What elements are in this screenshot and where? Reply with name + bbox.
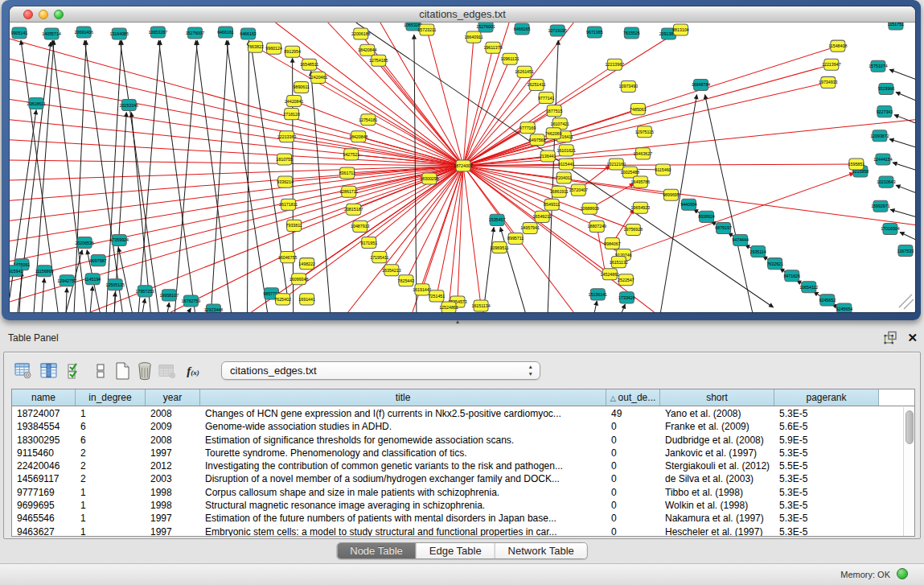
graph-node[interactable]: 8361711 [339, 167, 355, 179]
graph-node[interactable]: 8471626 [783, 270, 800, 282]
graph-node[interactable]: 13164085 [109, 28, 129, 39]
graph-node[interactable]: 16354213 [382, 265, 401, 276]
graph-edge[interactable] [10, 59, 463, 166]
graph-node[interactable]: 2522547 [618, 274, 634, 286]
graph-node[interactable]: 10654112 [799, 282, 818, 293]
graph-edge[interactable] [380, 23, 463, 166]
network-canvas[interactable]: 9905141140557142069140613164085106532871… [10, 23, 915, 312]
graph-node[interactable]: 11156869 [35, 266, 54, 277]
graph-node[interactable]: 7825443 [398, 275, 415, 286]
graph-node[interactable]: 7663822 [247, 41, 264, 52]
graph-node[interactable]: 12861711 [339, 186, 358, 197]
graph-node[interactable]: 14957941 [520, 222, 540, 233]
graph-node[interactable]: 2136441 [540, 150, 556, 162]
vertical-scrollbar[interactable] [903, 407, 914, 536]
graph-node[interactable]: 8549311 [544, 199, 560, 210]
table-row[interactable]: 1872400712008Changes of HCN gene express… [12, 407, 903, 420]
graph-edge[interactable] [114, 292, 115, 312]
network-graph[interactable]: 9905141140557142069140613164085106532871… [10, 23, 915, 312]
graph-node[interactable]: 16648784 [692, 79, 711, 90]
graph-node[interactable]: 7485063 [630, 104, 647, 115]
graph-edge[interactable] [142, 299, 145, 312]
graph-node[interactable]: 9777169 [519, 122, 536, 134]
graph-node[interactable]: 8938924 [698, 211, 715, 222]
graph-node[interactable]: 3915941 [10, 266, 23, 277]
graph-node[interactable]: 9905141 [11, 27, 28, 39]
graph-node[interactable]: 12213967 [606, 59, 625, 70]
graph-node[interactable]: 16548511 [300, 59, 318, 70]
graph-node[interactable]: 9899695 [663, 189, 680, 200]
show-columns-icon[interactable] [40, 362, 58, 380]
graph-node[interactable]: 12942757 [57, 275, 76, 286]
graph-node[interactable]: 19611379 [483, 42, 502, 53]
graph-node[interactable]: 26171811 [279, 199, 298, 210]
graph-edge[interactable] [74, 40, 86, 312]
graph-node[interactable]: 9960124 [265, 43, 282, 54]
graph-node[interactable]: 16101621 [556, 145, 576, 156]
graph-node[interactable]: 9227343 [877, 106, 893, 117]
graph-node[interactable]: 19654923 [631, 202, 651, 213]
graph-node[interactable]: 22420461 [309, 72, 328, 83]
graph-node[interactable]: 1167533 [897, 245, 914, 257]
graph-node[interactable]: 12213947 [822, 59, 841, 70]
graph-node[interactable]: 17195411 [370, 252, 388, 263]
graph-node[interactable]: 15276007 [186, 27, 205, 39]
graph-node[interactable]: 9777141 [538, 92, 555, 103]
graph-edge[interactable] [226, 40, 267, 312]
graph-node[interactable]: 10487913 [351, 220, 370, 232]
graph-node[interactable]: 1877515 [546, 105, 563, 117]
new-table-icon[interactable] [113, 362, 131, 380]
graph-node[interactable]: 20153346 [119, 100, 138, 111]
graph-node[interactable]: 15720407 [569, 184, 588, 196]
graph-node[interactable]: 8813104 [672, 24, 689, 35]
graph-node[interactable]: 24420841 [285, 96, 304, 107]
graph-edge[interactable] [158, 40, 195, 312]
table-row[interactable]: 977716911998Corpus callosum shape and si… [12, 486, 903, 499]
graph-node[interactable]: 17016504 [881, 223, 900, 234]
graph-edge[interactable] [167, 303, 169, 312]
table-row[interactable]: 2242004622012Investigating the contribut… [12, 459, 903, 472]
graph-node[interactable]: 7462069 [545, 128, 562, 139]
table-options-icon[interactable] [14, 362, 32, 380]
graph-node[interactable]: 16549211 [533, 211, 552, 222]
graph-node[interactable]: 12754181 [359, 114, 378, 126]
graph-node[interactable]: 2935114 [750, 246, 766, 257]
graph-node[interactable]: 20691406 [74, 27, 93, 38]
graph-node[interactable]: 1151751 [888, 23, 904, 30]
graph-node[interactable]: 11548408 [828, 40, 847, 51]
graph-node[interactable]: 16495786 [631, 176, 651, 187]
graph-node[interactable]: 10973493 [619, 80, 639, 92]
graph-node[interactable]: 9440954 [680, 199, 697, 210]
graph-node[interactable]: 12444154 [873, 154, 893, 165]
graph-node[interactable]: 12975115 [635, 126, 654, 138]
graph-node[interactable]: 17359924 [109, 234, 129, 245]
graph-node[interactable]: 9245652 [819, 295, 836, 306]
column-header-in-degree[interactable]: in_degree [76, 389, 146, 406]
graph-node[interactable]: 1498222 [298, 258, 315, 270]
delete-table-icon[interactable] [136, 362, 154, 380]
graph-edge[interactable] [328, 23, 463, 166]
graph-edge[interactable] [10, 166, 463, 180]
graph-node[interactable]: 7615526 [623, 27, 640, 39]
float-panel-icon[interactable] [884, 331, 897, 344]
graph-node[interactable]: 2718120 [283, 109, 300, 120]
close-panel-icon[interactable]: ✕ [907, 332, 918, 344]
graph-edge[interactable] [458, 166, 463, 302]
graph-node[interactable]: 15751074 [869, 60, 888, 72]
graph-node[interactable]: 15992971 [871, 200, 890, 212]
graph-edge[interactable] [889, 139, 915, 147]
table-row[interactable]: 911546021997Tourette syndrome. Phenomeno… [12, 447, 903, 459]
graph-edge[interactable] [42, 278, 44, 312]
graph-node[interactable]: 1691441 [298, 294, 315, 305]
graph-node[interactable]: 1535457 [489, 214, 506, 225]
graph-node[interactable]: 9115441 [558, 159, 574, 170]
graph-node[interactable]: 18420848 [349, 131, 368, 142]
graph-node[interactable]: 9329966 [878, 83, 895, 94]
graph-node[interactable]: 20206536 [75, 237, 94, 248]
tab-network-table[interactable]: Network Table [495, 543, 587, 558]
graph-node[interactable]: 6497568 [529, 134, 546, 146]
graph-node[interactable]: 15136141 [589, 289, 608, 300]
column-header-name[interactable]: name [12, 389, 76, 406]
graph-edge[interactable] [52, 40, 86, 312]
graph-node[interactable]: 12093872 [870, 130, 889, 142]
